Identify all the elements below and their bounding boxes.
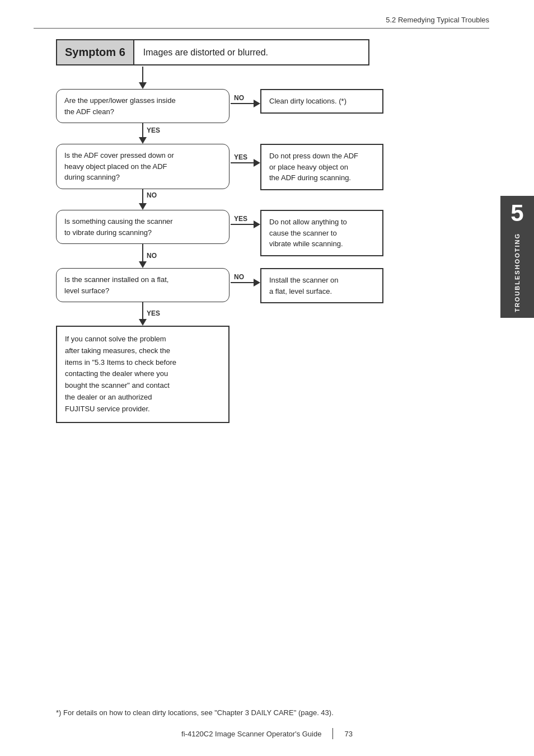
section-header: 5.2 Remedying Typical Troubles: [386, 16, 489, 24]
svg-marker-3: [254, 100, 260, 107]
answer-1-no: Clean dirty locations. (*): [260, 89, 383, 114]
top-rule: [34, 28, 489, 29]
chapter-sidebar: 5 TROUBLESHOOTING: [500, 196, 534, 318]
question-3-text: Is something causing the scannerto vibra…: [64, 217, 173, 237]
footer-title: fi-4120C2 Image Scanner Operator's Guide: [181, 730, 321, 738]
footer-page: 73: [344, 730, 352, 738]
footer-separator: [332, 728, 333, 739]
svg-text:NO: NO: [234, 273, 244, 281]
svg-text:NO: NO: [147, 191, 157, 199]
answer-4-no-text: Install the scanner ona flat, level surf…: [269, 276, 339, 295]
question-4-text: Is the scanner installed on a flat,level…: [64, 275, 168, 295]
final-action-text: If you cannot solve the problemafter tak…: [65, 335, 176, 413]
symptom-description: Images are distorted or blurred.: [134, 40, 277, 64]
flowchart-container: NO YES YES NO: [56, 65, 437, 569]
svg-marker-18: [139, 261, 147, 268]
svg-marker-15: [254, 220, 260, 228]
question-4: Is the scanner installed on a flat,level…: [56, 268, 229, 302]
svg-marker-9: [254, 159, 260, 167]
page-footer: fi-4120C2 Image Scanner Operator's Guide…: [0, 728, 534, 739]
answer-4-no: Install the scanner ona flat, level surf…: [260, 268, 383, 303]
svg-marker-6: [139, 137, 147, 144]
svg-marker-1: [139, 82, 147, 89]
page-container: 5.2 Remedying Typical Troubles Symptom 6…: [0, 0, 534, 756]
svg-text:YES: YES: [147, 126, 160, 134]
footnote: *) For details on how to clean dirty loc…: [56, 708, 484, 717]
symptom-label: Symptom 6: [57, 40, 134, 64]
chapter-text: TROUBLESHOOTING: [514, 233, 521, 312]
flowchart-arrows: NO YES YES NO: [56, 65, 437, 569]
question-1-text: Are the upper/lower glasses insidethe AD…: [64, 96, 176, 116]
svg-marker-24: [139, 319, 147, 326]
answer-2-yes-text: Do not press down the ADFor place heavy …: [269, 152, 358, 182]
svg-text:YES: YES: [147, 309, 160, 317]
answer-3-yes: Do not allow anything tocause the scanne…: [260, 210, 383, 256]
footnote-text: *) For details on how to clean dirty loc…: [56, 708, 334, 717]
question-2-text: Is the ADF cover pressed down orheavy ob…: [64, 151, 174, 181]
answer-3-yes-text: Do not allow anything tocause the scanne…: [269, 218, 347, 248]
question-3: Is something causing the scannerto vibra…: [56, 210, 229, 244]
svg-marker-21: [254, 279, 260, 287]
svg-marker-12: [139, 203, 147, 210]
answer-1-no-text: Clean dirty locations. (*): [269, 97, 346, 105]
question-1: Are the upper/lower glasses insidethe AD…: [56, 89, 229, 123]
svg-text:YES: YES: [234, 215, 247, 223]
chapter-number: 5: [510, 201, 523, 225]
answer-2-yes: Do not press down the ADFor place heavy …: [260, 144, 383, 190]
section-title: 5.2 Remedying Typical Troubles: [386, 16, 489, 24]
symptom-box: Symptom 6 Images are distorted or blurre…: [56, 39, 369, 65]
svg-text:NO: NO: [147, 252, 157, 260]
flowchart-wrapper: Symptom 6 Images are distorted or blurre…: [56, 39, 481, 569]
svg-text:NO: NO: [234, 94, 244, 102]
svg-text:YES: YES: [234, 153, 247, 161]
final-action-box: If you cannot solve the problemafter tak…: [56, 326, 229, 423]
question-2: Is the ADF cover pressed down orheavy ob…: [56, 144, 229, 189]
